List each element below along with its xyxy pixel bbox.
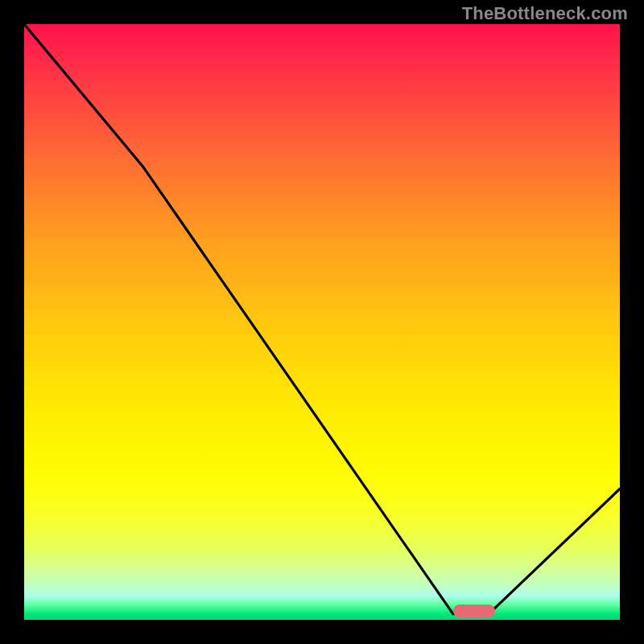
bottleneck-curve bbox=[24, 24, 620, 620]
plot-area bbox=[24, 24, 620, 620]
optimal-range-marker bbox=[453, 605, 495, 617]
watermark-text: TheBottleneck.com bbox=[462, 3, 628, 24]
chart-frame: TheBottleneck.com bbox=[0, 0, 644, 644]
